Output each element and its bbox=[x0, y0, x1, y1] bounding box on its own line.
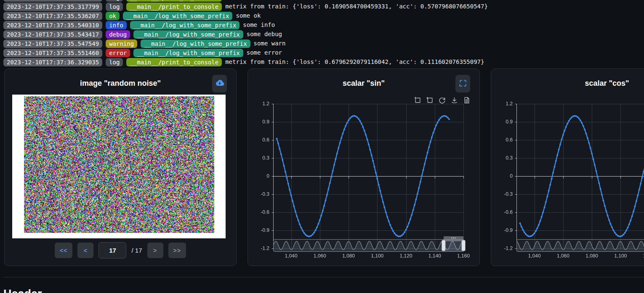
image-card-title: image "random noise" bbox=[5, 79, 236, 88]
log-timestamp: 2023-12-10T17:37:35.317799 bbox=[3, 0, 102, 2]
log-source-badge: __main__/log_with_some_prefix bbox=[133, 30, 243, 39]
chart-toolbox bbox=[414, 97, 470, 104]
log-message: some info bbox=[243, 21, 275, 28]
log-message: some ok bbox=[236, 12, 261, 19]
log-message: metrix from train: {'loss': 0.1690584700… bbox=[225, 0, 488, 0]
log-level-badge: ok bbox=[106, 12, 120, 20]
log-console[interactable]: 2023-12-10T17:37:35.317799log__main__/pr… bbox=[0, 0, 644, 68]
log-source-badge: __main__/log_with_some_prefix bbox=[130, 21, 240, 29]
log-row: 2023-12-10T17:37:35.551460error__main__/… bbox=[3, 49, 644, 57]
cloud-download-icon bbox=[215, 78, 225, 90]
log-level-badge: debug bbox=[106, 30, 130, 39]
log-row: 2023-12-10T17:37:35.543417debug__main__/… bbox=[3, 30, 644, 39]
image-card: image "random noise" << < / 17 > >> bbox=[4, 69, 237, 266]
cards-row: image "random noise" << < / 17 > >> bbox=[4, 69, 644, 266]
sin-chart-card: scalar "sin" bbox=[247, 69, 480, 266]
zoom-reset-icon bbox=[426, 97, 434, 104]
log-timestamp: 2023-12-10T17:37:35.317799 bbox=[3, 3, 102, 11]
data-view-icon bbox=[463, 97, 470, 104]
log-source-badge: __main__/log_with_some_prefix bbox=[141, 40, 250, 48]
last-page-button[interactable]: >> bbox=[168, 243, 186, 258]
log-message: some warn bbox=[254, 40, 286, 47]
log-row: 2023-12-10T17:37:35.540310info__main__/l… bbox=[3, 21, 644, 29]
log-source-badge: __main__/log_with_some_prefix bbox=[123, 12, 232, 20]
log-row: 2023-12-10T17:37:35.317799log__main__/pr… bbox=[3, 3, 644, 11]
page-number-input[interactable] bbox=[98, 242, 126, 259]
log-timestamp: 2023-12-10T17:37:35.536207 bbox=[3, 12, 102, 20]
section-divider bbox=[3, 277, 644, 277]
log-level-badge: log bbox=[106, 3, 123, 11]
dashboard: 2023-12-10T17:37:35.317799log__main__/pr… bbox=[0, 0, 644, 293]
log-timestamp: 2023-12-10T17:37:35.551460 bbox=[3, 49, 102, 57]
zoom-reset-button[interactable] bbox=[426, 97, 434, 104]
log-level-badge: warning bbox=[106, 40, 137, 48]
section-heading: Header bbox=[3, 288, 42, 293]
log-level-badge: log bbox=[106, 58, 123, 66]
log-level-badge: error bbox=[106, 49, 130, 57]
prev-page-button[interactable]: < bbox=[77, 243, 93, 258]
log-source-badge: __main__/print_to_console bbox=[126, 58, 222, 66]
first-page-button[interactable]: << bbox=[55, 243, 72, 258]
zoom-select-icon bbox=[414, 97, 421, 104]
random-noise-image bbox=[24, 96, 214, 233]
log-level-badge: info bbox=[106, 21, 127, 29]
log-message: metrix from train: {'loss': 0.6796292079… bbox=[225, 58, 484, 65]
next-page-button[interactable]: > bbox=[147, 243, 163, 258]
log-row: 2023-12-10T17:37:35.536207ok__main__/log… bbox=[3, 12, 644, 20]
restore-icon bbox=[439, 97, 446, 104]
log-source-badge: __main__/print_to_console bbox=[126, 3, 222, 11]
save-image-button[interactable] bbox=[451, 97, 458, 104]
log-row: 2023-12-10T17:37:36.329035log__main__/pr… bbox=[3, 58, 644, 66]
log-level-badge: log bbox=[106, 0, 123, 2]
log-timestamp: 2023-12-10T17:37:36.329035 bbox=[3, 58, 102, 66]
image-frame bbox=[12, 95, 226, 238]
log-source-badge: __main__/log_with_some_prefix bbox=[133, 49, 243, 57]
cos-chart-plot[interactable] bbox=[491, 69, 644, 267]
save-image-icon bbox=[451, 97, 458, 104]
log-message: some error bbox=[247, 49, 282, 56]
cos-chart-card: scalar "cos" bbox=[491, 69, 644, 266]
restore-button[interactable] bbox=[439, 97, 446, 104]
log-row: 2023-12-10T17:37:35.317799log__main__/pr… bbox=[3, 0, 644, 2]
log-timestamp: 2023-12-10T17:37:35.543417 bbox=[3, 30, 102, 39]
zoom-select-button[interactable] bbox=[414, 97, 421, 104]
log-source-badge: __main__/print_to_console bbox=[126, 0, 222, 2]
log-timestamp: 2023-12-10T17:37:35.547549 bbox=[3, 40, 102, 48]
log-message: metrix from train: {'loss': 0.1690584700… bbox=[225, 3, 488, 10]
data-view-button[interactable] bbox=[463, 97, 470, 104]
log-row: 2023-12-10T17:37:35.547549warning__main_… bbox=[3, 40, 644, 48]
image-pagination: << < / 17 > >> bbox=[5, 242, 236, 259]
log-timestamp: 2023-12-10T17:37:35.540310 bbox=[3, 21, 102, 29]
download-image-button[interactable] bbox=[212, 75, 227, 92]
log-rows: 2023-12-10T17:37:35.317799log__main__/pr… bbox=[0, 0, 644, 66]
page-total-label: / 17 bbox=[131, 247, 142, 254]
log-message: some debug bbox=[247, 30, 282, 37]
